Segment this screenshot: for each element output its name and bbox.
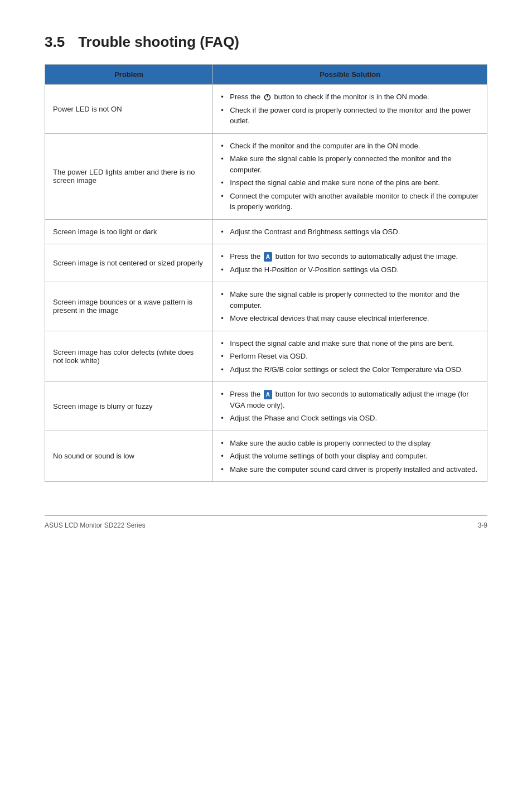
table-row: Power LED is not ONPress the button to c… [45,85,487,134]
page-title: 3.5Trouble shooting (FAQ) [45,33,487,51]
solution-list: Press the button to check if the monitor… [221,90,479,128]
table-row: Screen image has color defects (white do… [45,331,487,382]
solution-item: Move electrical devices that may cause e… [221,312,479,325]
solution-list: Check if the monitor and the computer ar… [221,139,479,214]
problem-cell: Screen image is too light or dark [45,219,213,244]
solution-list: Make sure the signal cable is properly c… [221,288,479,325]
table-row: The power LED lights amber and there is … [45,133,487,219]
auto-button-icon: A [264,390,272,399]
solution-list: Press the A button for two seconds to au… [221,388,479,425]
solution-item: Press the button to check if the monitor… [221,90,479,104]
solution-item: Make sure the audio cable is properly co… [221,437,479,450]
footer-product-name: ASUS LCD Monitor SD222 Series [45,521,146,529]
section-number: 3.5 [45,33,65,50]
footer-page-number: 3-9 [478,521,487,529]
table-header-row: Problem Possible Solution [45,65,487,85]
problem-cell: Power LED is not ON [45,85,213,134]
solution-cell: Inspect the signal cable and make sure t… [213,331,487,382]
solution-item: Perform Reset via OSD. [221,350,479,363]
solution-item: Inspect the signal cable and make sure t… [221,337,479,350]
problem-cell: Screen image is blurry or fuzzy [45,382,213,431]
solution-item: Check if the monitor and the computer ar… [221,139,479,153]
solution-list: Inspect the signal cable and make sure t… [221,337,479,376]
table-row: Screen image is blurry or fuzzyPress the… [45,382,487,431]
problem-header: Problem [45,65,213,85]
solution-item: Adjust the volume settings of both your … [221,450,479,463]
problem-cell: Screen image bounces or a wave pattern i… [45,282,213,331]
faq-table: Problem Possible Solution Power LED is n… [45,64,487,482]
table-row: No sound or sound is lowMake sure the au… [45,431,487,482]
solution-item: Press the A button for two seconds to au… [221,250,479,263]
solution-item: Connect the computer with another availa… [221,190,479,214]
solution-list: Make sure the audio cable is properly co… [221,437,479,476]
problem-cell: Screen image is not centered or sized pr… [45,244,213,282]
solution-cell: Make sure the signal cable is properly c… [213,282,487,331]
solution-item: Adjust the R/G/B color settings or selec… [221,363,479,376]
problem-cell: Screen image has color defects (white do… [45,331,213,382]
solution-item: Inspect the signal cable and make sure n… [221,176,479,190]
solution-item: Make sure the signal cable is properly c… [221,288,479,312]
solution-item: Make sure the computer sound card driver… [221,463,479,476]
solution-cell: Check if the monitor and the computer ar… [213,133,487,219]
table-row: Screen image bounces or a wave pattern i… [45,282,487,331]
solution-item: Adjust the Phase and Clock settings via … [221,412,479,425]
power-icon [263,93,272,101]
problem-cell: No sound or sound is low [45,431,213,482]
solution-cell: Press the A button for two seconds to au… [213,244,487,282]
table-row: Screen image is too light or darkAdjust … [45,219,487,244]
page-footer: ASUS LCD Monitor SD222 Series 3-9 [45,515,487,529]
solution-cell: Make sure the audio cable is properly co… [213,431,487,482]
solution-cell: Press the button to check if the monitor… [213,85,487,134]
solution-item: Press the A button for two seconds to au… [221,388,479,412]
table-row: Screen image is not centered or sized pr… [45,244,487,282]
solution-list: Adjust the Contrast and Brightness setti… [221,225,479,239]
solution-item: Adjust the Contrast and Brightness setti… [221,225,479,239]
solution-cell: Adjust the Contrast and Brightness setti… [213,219,487,244]
solution-list: Press the A button for two seconds to au… [221,250,479,276]
problem-cell: The power LED lights amber and there is … [45,133,213,219]
solution-item: Make sure the signal cable is properly c… [221,152,479,176]
solution-header: Possible Solution [213,65,487,85]
auto-button-icon: A [264,252,272,262]
solution-item: Check if the power cord is properly conn… [221,104,479,128]
title-text: Trouble shooting (FAQ) [78,33,239,50]
solution-cell: Press the A button for two seconds to au… [213,382,487,431]
solution-item: Adjust the H-Position or V-Position sett… [221,263,479,277]
